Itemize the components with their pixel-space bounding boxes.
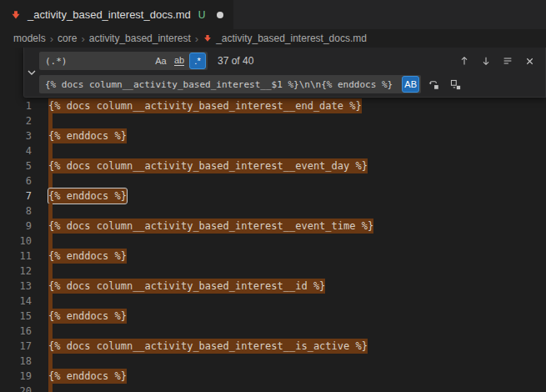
find-input-box: Aa ab .* [39, 52, 208, 70]
line-number[interactable]: 7 [0, 188, 32, 204]
find-match-empty [48, 173, 53, 188]
replace-input[interactable] [39, 75, 400, 93]
breadcrumb-item-activity-based-interest[interactable]: activity_based_interest [89, 33, 191, 44]
editor-line[interactable]: 7{% enddocs %} [0, 188, 546, 204]
find-match-empty [48, 113, 53, 128]
line-content [48, 173, 53, 188]
line-content: {% enddocs %} [48, 369, 127, 384]
line-number[interactable]: 11 [0, 249, 32, 264]
editor-line[interactable]: 12 [0, 264, 546, 279]
git-status-badge: U [198, 9, 206, 21]
line-content [48, 294, 53, 309]
find-match: {% enddocs %} [48, 309, 127, 324]
editor-line[interactable]: 18 [0, 354, 546, 369]
line-number[interactable]: 6 [0, 173, 32, 188]
breadcrumb-item-core[interactable]: core [58, 33, 77, 44]
match-case-toggle[interactable]: Aa [153, 53, 169, 69]
editor-line[interactable]: 15{% enddocs %} [0, 309, 546, 324]
line-number[interactable]: 14 [0, 294, 32, 309]
find-match-empty [48, 294, 53, 309]
editor-line[interactable]: 5{% docs column__activity_based_interest… [0, 158, 546, 173]
line-number[interactable]: 18 [0, 354, 32, 369]
replace-input-box: AB [39, 75, 421, 93]
find-match: {% docs column__activity_based_interest_… [48, 279, 325, 294]
line-content: {% docs column__activity_based_interest_… [48, 98, 362, 113]
line-number[interactable]: 19 [0, 369, 32, 384]
line-number[interactable]: 10 [0, 234, 32, 249]
line-number[interactable]: 2 [0, 113, 32, 128]
find-match-empty [48, 143, 53, 158]
breadcrumb-item-models[interactable]: models [13, 33, 46, 44]
modified-indicator-dot[interactable] [217, 12, 223, 18]
line-content: {% enddocs %} [48, 128, 127, 143]
selection-lines-icon [502, 55, 513, 67]
whole-word-toggle[interactable]: ab [171, 53, 188, 69]
replace-all-button[interactable] [446, 75, 464, 93]
line-content: {% docs column__activity_based_interest_… [48, 219, 373, 234]
line-content [48, 324, 53, 339]
line-content [48, 264, 53, 279]
find-match: {% docs column__activity_based_interest_… [48, 219, 373, 234]
line-number[interactable]: 8 [0, 204, 32, 219]
editor-line[interactable]: 17{% docs column__activity_based_interes… [0, 339, 546, 354]
line-number[interactable]: 20 [0, 384, 32, 392]
editor-line[interactable]: 1{% docs column__activity_based_interest… [0, 98, 546, 113]
editor-line[interactable]: 19{% enddocs %} [0, 369, 546, 384]
replace-icon [428, 78, 440, 91]
regex-toggle[interactable]: .* [189, 53, 206, 69]
find-match: {% docs column__activity_based_interest_… [48, 98, 362, 113]
find-match: {% docs column__activity_based_interest_… [48, 339, 368, 354]
line-content: {% docs column__activity_based_interest_… [48, 279, 325, 294]
tab-filename: _activity_based_interest_docs.md [28, 8, 191, 21]
next-match-button[interactable] [477, 52, 495, 70]
editor-line[interactable]: 13{% docs column__activity_based_interes… [0, 279, 546, 294]
editor-line[interactable]: 4 [0, 143, 546, 158]
find-match-current: {% enddocs %} [48, 188, 127, 204]
editor-line[interactable]: 10 [0, 234, 546, 249]
line-number[interactable]: 1 [0, 98, 32, 113]
tab-bar: _activity_based_interest_docs.md U [0, 0, 546, 29]
breadcrumb-separator-icon [50, 33, 53, 45]
editor-line[interactable]: 9{% docs column__activity_based_interest… [0, 219, 546, 234]
editor[interactable]: 1{% docs column__activity_based_interest… [0, 48, 546, 392]
tab-activity-based-interest-docs[interactable]: _activity_based_interest_docs.md U [0, 0, 233, 29]
line-number[interactable]: 17 [0, 339, 32, 354]
line-number[interactable]: 5 [0, 158, 32, 173]
line-number[interactable]: 3 [0, 128, 32, 143]
line-number[interactable]: 16 [0, 324, 32, 339]
editor-line[interactable]: 2 [0, 113, 546, 128]
line-content [48, 354, 53, 369]
line-content: {% docs column__activity_based_interest_… [48, 339, 368, 354]
editor-line[interactable]: 20 [0, 384, 546, 392]
replace-button[interactable] [424, 75, 443, 93]
arrow-up-icon [458, 55, 470, 67]
editor-lines: 1{% docs column__activity_based_interest… [0, 98, 546, 392]
arrow-down-icon [480, 55, 492, 67]
find-match-empty [48, 324, 53, 339]
editor-line[interactable]: 8 [0, 204, 546, 219]
editor-line[interactable]: 3{% enddocs %} [0, 128, 546, 143]
line-number[interactable]: 13 [0, 279, 32, 294]
find-match-empty [48, 354, 53, 369]
line-number[interactable]: 15 [0, 309, 32, 324]
results-count: 37 of 40 [218, 55, 253, 67]
line-content: {% enddocs %} [48, 309, 127, 324]
find-in-selection-button[interactable] [498, 52, 517, 70]
previous-match-button[interactable] [455, 52, 473, 70]
line-number[interactable]: 4 [0, 143, 32, 158]
breadcrumb-item-file[interactable]: _activity_based_interest_docs.md [203, 33, 367, 44]
find-input[interactable] [39, 52, 151, 70]
line-content [48, 384, 53, 392]
toggle-replace-chevron[interactable] [24, 48, 39, 97]
line-number[interactable]: 12 [0, 264, 32, 279]
find-replace-widget: Aa ab .* 37 of 40 [23, 48, 546, 98]
breadcrumb-separator-icon [81, 33, 84, 45]
editor-line[interactable]: 16 [0, 324, 546, 339]
close-find-button[interactable] [520, 52, 538, 70]
editor-line[interactable]: 11{% enddocs %} [0, 249, 546, 264]
editor-line[interactable]: 14 [0, 294, 546, 309]
find-match-empty [48, 384, 53, 392]
editor-line[interactable]: 6 [0, 173, 546, 188]
line-number[interactable]: 9 [0, 219, 32, 234]
preserve-case-toggle[interactable]: AB [402, 76, 419, 93]
